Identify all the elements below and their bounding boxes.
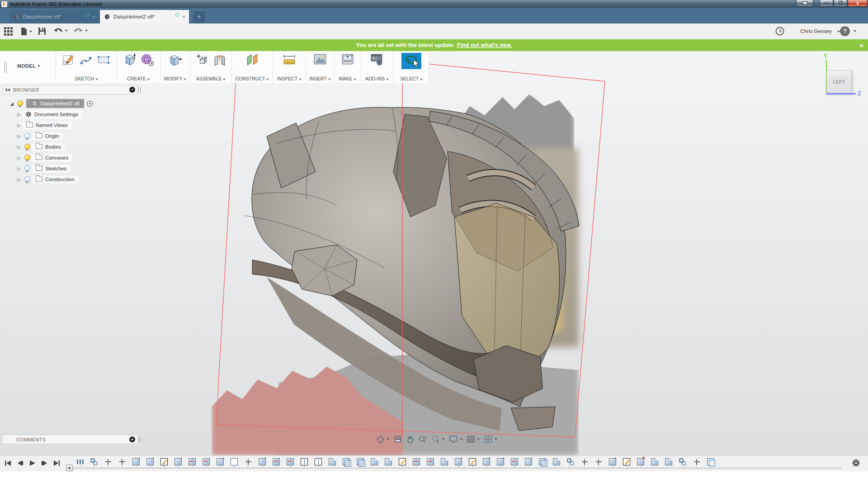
timeline-feature-split-body[interactable] <box>427 458 434 465</box>
timeline-feature-combine[interactable] <box>539 458 546 465</box>
timeline-feature-sketch[interactable] <box>623 458 630 465</box>
timeline-feature-component[interactable] <box>679 458 686 465</box>
new-tab-button[interactable]: + <box>193 11 205 23</box>
viewports-button[interactable] <box>484 435 497 443</box>
comments-header[interactable]: COMMENTS + <box>2 435 138 444</box>
step-forward-button[interactable] <box>41 460 47 466</box>
timeline-feature-extrude[interactable] <box>497 458 504 465</box>
tab-close-icon[interactable]: × <box>92 14 95 20</box>
3d-print-icon[interactable] <box>341 53 354 65</box>
minimize-button[interactable]: — <box>820 0 833 7</box>
timeline-feature-combine[interactable] <box>357 458 364 465</box>
spline-icon[interactable] <box>80 54 92 66</box>
timeline-feature-extrude[interactable] <box>525 458 532 465</box>
look-at-button[interactable] <box>393 436 402 443</box>
extrude-icon[interactable] <box>123 53 136 66</box>
group-label-create[interactable]: CREATE <box>117 76 160 81</box>
timeline-feature-extrude[interactable] <box>259 458 266 465</box>
timeline-marker-start[interactable]: + <box>66 465 73 471</box>
create-sketch-icon[interactable] <box>62 53 75 66</box>
recent-activity-button[interactable] <box>775 27 784 36</box>
timeline-feature-fillet[interactable] <box>441 458 448 465</box>
visibility-bulb-icon[interactable] <box>24 165 30 172</box>
measure-icon[interactable] <box>282 53 297 66</box>
scripts-and-addins-icon[interactable] <box>370 53 384 66</box>
toolbar-grip[interactable] <box>4 62 7 73</box>
timeline-feature-split-body[interactable] <box>203 458 210 465</box>
timeline-feature-sketch-mirror[interactable] <box>315 458 322 465</box>
browser-item-named-views[interactable]: ▷ Named Views <box>16 120 138 130</box>
expand-arrow-icon[interactable]: ▷ <box>16 166 22 171</box>
display-settings-button[interactable] <box>449 435 462 443</box>
timeline-feature-combine[interactable] <box>343 458 350 465</box>
attached-canvas-icon[interactable] <box>313 53 327 65</box>
timeline-feature-move[interactable] <box>118 458 126 465</box>
create-form-icon[interactable] <box>141 53 154 66</box>
app-grid-icon[interactable] <box>4 27 13 36</box>
viewcube[interactable]: Y LEFT Z <box>822 54 865 99</box>
timeline-feature-split-body[interactable] <box>287 458 294 465</box>
go-to-end-button[interactable] <box>53 460 60 466</box>
group-label-assemble[interactable]: ASSEMBLE <box>190 76 231 81</box>
maximize-button[interactable]: ❐ <box>834 0 847 7</box>
timeline-feature-press-pull[interactable] <box>217 458 224 465</box>
zoom-window-button[interactable] <box>431 435 445 443</box>
viewcube-face-left[interactable]: LEFT <box>826 70 852 94</box>
timeline-feature-fillet[interactable] <box>665 458 672 465</box>
timeline-feature-fillet[interactable] <box>553 458 560 465</box>
browser-item-bodies[interactable]: ▷ Bodies <box>16 142 138 152</box>
timeline-feature-fillet[interactable] <box>651 458 658 465</box>
browser-header[interactable]: BROWSER − <box>2 85 138 94</box>
visibility-bulb-icon[interactable] <box>24 133 30 140</box>
panel-remove-icon[interactable]: − <box>129 87 135 93</box>
timeline-feature-group[interactable] <box>77 460 84 464</box>
timeline-settings-button[interactable] <box>852 459 860 467</box>
browser-item-canvases[interactable]: ▷ Canvases <box>16 153 138 163</box>
group-label-sketch[interactable]: SKETCH <box>56 76 117 81</box>
timeline-track[interactable] <box>68 468 842 469</box>
whats-new-link[interactable]: Find out what's new. <box>457 42 512 48</box>
help-dropdown-caret-icon[interactable] <box>854 30 856 32</box>
group-label-make[interactable]: MAKE <box>335 76 361 81</box>
expand-arrow-icon[interactable]: ▷ <box>16 155 22 160</box>
play-button[interactable] <box>29 460 35 466</box>
group-label-construct[interactable]: CONSTRUCT <box>232 76 273 81</box>
panel-resize-grip[interactable] <box>138 87 141 93</box>
select-tool-active[interactable] <box>401 53 421 69</box>
visibility-bulb-icon[interactable] <box>24 176 30 183</box>
grid-settings-button[interactable] <box>467 435 480 443</box>
group-label-inspect[interactable]: INSPECT <box>273 76 306 81</box>
zoom-button[interactable]: ± <box>418 435 427 443</box>
browser-item-construction[interactable]: ▷ Construction <box>16 174 138 184</box>
file-menu-button[interactable] <box>20 27 32 36</box>
visibility-bulb-icon[interactable] <box>24 144 30 150</box>
orbit-button[interactable] <box>376 435 389 444</box>
go-to-start-button[interactable] <box>5 460 11 466</box>
timeline-feature-rectangle[interactable] <box>231 458 238 465</box>
pan-button[interactable] <box>406 435 414 443</box>
timeline-feature-extrude[interactable] <box>609 458 616 465</box>
expand-arrow-icon[interactable]: ▷ <box>16 134 22 139</box>
expand-arrow-icon[interactable]: ▷ <box>16 177 22 182</box>
timeline-feature-sketch[interactable] <box>160 458 168 465</box>
group-label-insert[interactable]: INSERT <box>306 76 334 81</box>
timeline-feature-extrude[interactable] <box>132 458 140 465</box>
timeline-feature-extrude[interactable] <box>146 458 154 465</box>
timeline-feature-extrude[interactable] <box>455 458 462 465</box>
user-account-button[interactable]: Chris Gensey <box>800 28 832 34</box>
timeline-feature-move[interactable] <box>104 458 112 465</box>
timeline-feature-sketch[interactable] <box>469 458 476 465</box>
redo-button[interactable] <box>73 27 88 34</box>
undo-button[interactable] <box>53 27 68 34</box>
tab-close-icon[interactable]: × <box>182 14 185 20</box>
timeline-feature-split-body[interactable] <box>413 458 420 465</box>
expand-arrow-icon[interactable]: ◢ <box>9 101 15 106</box>
group-label-modify[interactable]: MODIFY <box>160 76 190 81</box>
timeline-feature-fillet[interactable] <box>385 458 392 465</box>
timeline-feature-extrude[interactable] <box>483 458 490 465</box>
step-back-button[interactable] <box>17 460 24 466</box>
rectangle-icon[interactable] <box>97 54 110 66</box>
timeline-feature-extrude[interactable] <box>175 458 182 465</box>
timeline-feature-split-body[interactable] <box>511 458 518 465</box>
activate-radio-icon[interactable] <box>86 100 93 107</box>
